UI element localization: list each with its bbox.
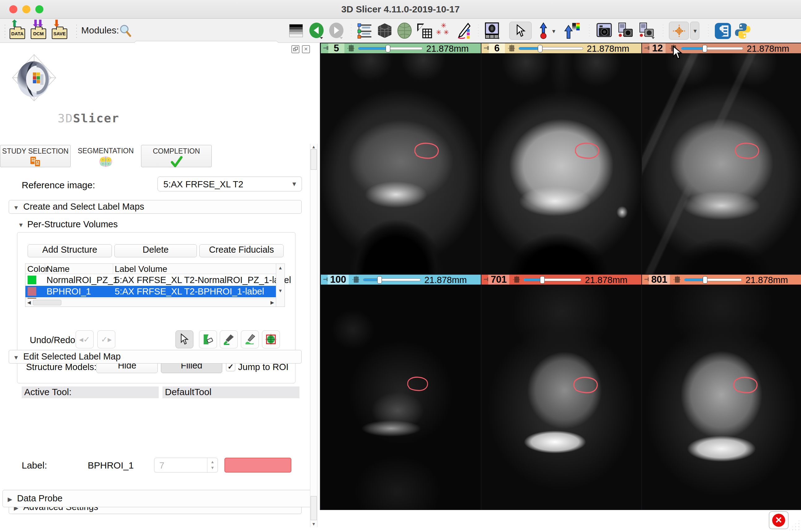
- slice-link-icon[interactable]: [508, 44, 515, 52]
- slice-offset-slider[interactable]: [684, 279, 742, 281]
- slider-handle[interactable]: [538, 45, 543, 52]
- table-vertical-scrollbar[interactable]: ▲ ▼: [276, 264, 285, 307]
- mouse-interaction-button[interactable]: [509, 22, 532, 40]
- create-select-labelmaps-section[interactable]: ▼Create and Select Label Maps: [9, 200, 302, 214]
- redo-button[interactable]: ✓▸: [97, 330, 115, 348]
- tab-segmentation[interactable]: SEGMENTATION: [71, 145, 140, 167]
- draw-tool-button[interactable]: [241, 330, 259, 348]
- close-panel-icon[interactable]: ✕: [302, 45, 310, 53]
- collapse-arrow-icon[interactable]: ▼: [18, 222, 24, 229]
- crosshair-dropdown-caret[interactable]: ▼: [690, 22, 699, 40]
- default-tool-button[interactable]: [176, 330, 194, 348]
- scene-restore-icon[interactable]: [638, 22, 655, 39]
- structure-color-swatch[interactable]: [28, 276, 36, 284]
- markups-icon[interactable]: ✳✳✳: [436, 22, 453, 39]
- slice-view-slice4-top[interactable]: 12 21.878mm: [642, 43, 801, 274]
- place-fiducial-icon[interactable]: [538, 22, 550, 39]
- reference-image-combobox[interactable]: 5:AX FRFSE_XL T2 ▼: [158, 176, 302, 191]
- slice-offset-slider[interactable]: [518, 47, 583, 50]
- column-header-name[interactable]: Name: [47, 264, 70, 274]
- slice-view-compare3[interactable]: 801 21.878mm: [642, 275, 801, 509]
- scroll-down-icon[interactable]: ▼: [310, 521, 317, 527]
- table-horizontal-scrollbar[interactable]: ◀ ▶: [25, 299, 276, 307]
- crop-volume-icon[interactable]: [416, 22, 433, 39]
- panel-scrollbar-lower-box[interactable]: [311, 496, 317, 520]
- mri-image[interactable]: [321, 285, 481, 509]
- mri-image[interactable]: [642, 285, 801, 509]
- hscroll-thumb[interactable]: [33, 300, 61, 305]
- grow-effect-tool-button[interactable]: [262, 330, 280, 348]
- mri-image[interactable]: [321, 53, 481, 274]
- mri-image[interactable]: [642, 53, 801, 274]
- slice-view-red-top[interactable]: 5 21.878mm: [321, 43, 481, 274]
- column-header-label-volume[interactable]: Label Volume: [115, 264, 167, 274]
- data-probe-section[interactable]: ▶Data Probe: [2, 490, 317, 507]
- undock-panel-icon[interactable]: [291, 45, 299, 53]
- volume-display-icon[interactable]: [564, 22, 581, 39]
- label-color-button[interactable]: [224, 458, 291, 473]
- slice-view-compare2[interactable]: 701 21.878mm: [481, 275, 641, 509]
- slice-link-icon[interactable]: [674, 276, 681, 283]
- segmentation-module-icon[interactable]: [396, 22, 414, 39]
- python-console-icon[interactable]: [734, 22, 751, 39]
- save-button[interactable]: ⬇ SAVE: [51, 20, 68, 40]
- forward-icon[interactable]: [328, 22, 345, 39]
- close-comparison-button[interactable]: ✕: [769, 511, 788, 529]
- tab-study-selection[interactable]: STUDY SELECTION: [0, 145, 71, 167]
- scene-view-icon[interactable]: [617, 22, 634, 39]
- delete-structure-button[interactable]: Delete: [114, 244, 197, 257]
- undo-button[interactable]: ◂✓: [76, 330, 94, 348]
- annotations-icon[interactable]: [456, 22, 473, 39]
- slice-offset-slider[interactable]: [363, 279, 421, 281]
- slider-handle[interactable]: [703, 276, 707, 284]
- panel-scrollbar[interactable]: ▲ ▼: [310, 144, 317, 527]
- slider-handle[interactable]: [377, 276, 382, 284]
- window-resize-grip[interactable]: [788, 519, 800, 531]
- subject-hierarchy-icon[interactable]: [357, 22, 374, 39]
- scroll-left-icon[interactable]: ◀: [27, 300, 31, 305]
- structure-color-swatch[interactable]: [28, 287, 36, 296]
- extensions-icon[interactable]: [714, 22, 732, 39]
- tab-completion[interactable]: COMPLETION: [141, 145, 212, 167]
- edit-selected-labelmap-section[interactable]: ▼Edit Selected Label Map: [9, 350, 302, 363]
- erase-tool-button[interactable]: [199, 330, 217, 348]
- panel-scrollbar-thumb[interactable]: [311, 149, 317, 170]
- slice-link-icon[interactable]: [347, 44, 355, 52]
- back-icon[interactable]: [308, 22, 326, 39]
- mri-image[interactable]: [481, 285, 641, 509]
- create-fiducials-button[interactable]: Create Fiducials: [199, 244, 284, 257]
- paint-tool-button[interactable]: [220, 330, 238, 348]
- dicom-button[interactable]: ⬇⬇ DCM: [30, 20, 47, 40]
- slice-view-yellow-top[interactable]: 6 21.878mm: [481, 43, 641, 274]
- capture-camera-icon[interactable]: [596, 22, 613, 39]
- volume-rendering-icon[interactable]: [376, 22, 394, 39]
- label-value-spinbox[interactable]: 7 ▲ ▼: [154, 458, 218, 473]
- slider-handle[interactable]: [386, 45, 390, 52]
- load-data-button[interactable]: ⬆ DATA: [9, 20, 26, 40]
- mri-image[interactable]: [481, 53, 641, 274]
- spin-down-icon[interactable]: ▼: [207, 466, 218, 470]
- slice-offset-slider[interactable]: [358, 47, 422, 50]
- slice-offset-slider[interactable]: [681, 47, 743, 50]
- module-search-icon[interactable]: [119, 23, 136, 40]
- spinbox-steppers[interactable]: ▲ ▼: [207, 458, 218, 472]
- spin-up-icon[interactable]: ▲: [207, 459, 218, 464]
- slice-offset-slider[interactable]: [524, 279, 581, 281]
- slice-view-compare1[interactable]: 100 21.878mm: [321, 275, 481, 509]
- scroll-up-icon[interactable]: ▲: [276, 265, 285, 270]
- toolbar-drag-handle[interactable]: [4, 23, 6, 38]
- toolbar-drag-handle[interactable]: [75, 23, 78, 38]
- slider-handle[interactable]: [540, 276, 545, 284]
- scroll-down-icon[interactable]: ▼: [276, 288, 285, 293]
- table-row[interactable]: NormalROI_PZ_1 5:AX FRFSE_XL T2-NormalRO…: [25, 274, 276, 286]
- add-structure-button[interactable]: Add Structure: [28, 244, 112, 257]
- table-row-selected[interactable]: BPHROI_1 5:AX FRFSE_XL T2-BPHROI_1-label: [25, 286, 276, 297]
- screenshot-layout-icon[interactable]: [484, 22, 501, 39]
- scroll-right-icon[interactable]: ▶: [270, 300, 274, 305]
- scroll-up-icon[interactable]: ▲: [310, 144, 317, 149]
- slice-link-icon[interactable]: [513, 276, 521, 283]
- window-level-icon[interactable]: [289, 24, 307, 41]
- slider-handle[interactable]: [703, 45, 707, 52]
- crosshair-button[interactable]: [669, 22, 689, 40]
- slice-link-icon[interactable]: [352, 276, 360, 283]
